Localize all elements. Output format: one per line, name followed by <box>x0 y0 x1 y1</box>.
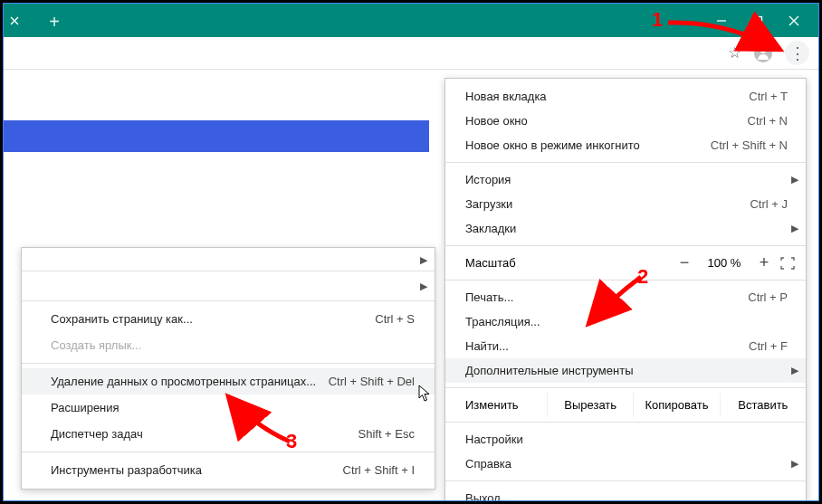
menu-item-print[interactable]: Печать... Ctrl + P <box>445 285 806 309</box>
menu-kebab-icon[interactable]: ⋮ <box>785 41 809 65</box>
menu-item-find[interactable]: Найти... Ctrl + F <box>445 334 806 358</box>
tab-close-icon[interactable] <box>4 5 25 37</box>
menu-label: Инструменты разработчика <box>51 463 343 477</box>
toolbar: ☆ ⋮ <box>4 37 818 70</box>
menu-label: Новое окно в режиме инкогнито <box>465 138 711 152</box>
annotation-number-2: 2 <box>637 265 648 289</box>
new-tab-button[interactable]: + <box>42 10 67 35</box>
submenu-item-dev-tools[interactable]: Инструменты разработчика Ctrl + Shift + … <box>22 457 435 483</box>
zoom-in-button[interactable]: + <box>751 253 777 272</box>
annotation-number-1: 1 <box>652 8 663 32</box>
menu-item-new-window[interactable]: Новое окно Ctrl + N <box>445 109 806 133</box>
menu-edit-row: Изменить Вырезать Копировать Вставить <box>445 393 806 417</box>
page-blue-banner <box>4 120 429 152</box>
submenu-item-task-manager[interactable]: Диспетчер задач Shift + Esc <box>22 421 435 447</box>
titlebar: + <box>4 4 818 37</box>
menu-item-cast[interactable]: Трансляция... <box>445 309 806 334</box>
menu-shortcut: Ctrl + Shift + N <box>711 138 788 152</box>
menu-separator <box>445 162 806 163</box>
submenu-item-save-page[interactable]: Сохранить страницу как... Ctrl + S <box>22 306 435 332</box>
submenu-item-extensions[interactable]: Расширения <box>22 395 435 421</box>
menu-shortcut: Ctrl + P <box>748 290 788 304</box>
submenu-arrow-icon: ▶ <box>420 281 427 292</box>
menu-label: Новая вкладка <box>465 90 749 103</box>
menu-label: Удаление данных о просмотренных страница… <box>51 375 329 388</box>
zoom-out-button[interactable]: − <box>672 253 697 272</box>
svg-point-2 <box>760 48 766 53</box>
menu-separator <box>445 422 806 423</box>
menu-separator <box>445 387 806 388</box>
menu-separator <box>22 300 435 301</box>
submenu-arrow-icon: ▶ <box>791 174 798 185</box>
menu-separator <box>445 245 806 246</box>
menu-separator <box>22 271 435 271</box>
submenu-arrow-icon: ▶ <box>791 458 798 470</box>
edit-paste-button[interactable]: Вставить <box>720 393 806 417</box>
menu-shortcut: Ctrl + Shift + Del <box>329 375 415 388</box>
menu-label: Загрузки <box>465 197 750 211</box>
menu-item-help[interactable]: Справка ▶ <box>445 452 806 476</box>
menu-label: Выход <box>465 491 788 501</box>
menu-item-zoom: Масштаб − 100 % + <box>445 251 806 275</box>
window-minimize-icon[interactable] <box>715 14 728 27</box>
menu-item-new-tab[interactable]: Новая вкладка Ctrl + T <box>445 84 806 109</box>
menu-label: Сохранить страницу как... <box>51 312 375 326</box>
menu-separator <box>22 452 435 452</box>
menu-label: Справка <box>465 457 788 471</box>
submenu-blank-row: ▶ <box>22 253 435 266</box>
annotation-number-3: 3 <box>286 430 297 453</box>
submenu-arrow-icon: ▶ <box>791 365 798 376</box>
menu-shortcut: Shift + Esc <box>358 427 416 441</box>
menu-shortcut: Ctrl + S <box>375 312 415 326</box>
main-menu: Новая вкладка Ctrl + T Новое окно Ctrl +… <box>444 78 807 501</box>
menu-label: Трансляция... <box>465 315 788 328</box>
zoom-value: 100 % <box>697 256 751 270</box>
menu-item-more-tools[interactable]: Дополнительные инструменты ▶ <box>445 358 806 383</box>
svg-rect-1 <box>754 16 762 24</box>
fullscreen-icon[interactable] <box>777 254 798 272</box>
mouse-cursor-icon <box>418 385 431 403</box>
window-close-icon[interactable] <box>788 14 800 27</box>
bookmark-star-icon[interactable]: ☆ <box>728 43 741 62</box>
menu-label: Закладки <box>465 222 788 235</box>
menu-shortcut: Ctrl + N <box>748 114 788 128</box>
menu-label: Диспетчер задач <box>51 427 358 441</box>
menu-shortcut: Ctrl + J <box>750 197 788 211</box>
menu-label: Расширения <box>51 401 415 414</box>
submenu-arrow-icon: ▶ <box>420 254 427 266</box>
menu-shortcut: Ctrl + Shift + I <box>343 463 415 477</box>
menu-label: Настройки <box>465 433 788 446</box>
menu-shortcut: Ctrl + T <box>749 90 788 103</box>
more-tools-submenu: ▶ ▶ Сохранить страницу как... Ctrl + S С… <box>21 247 435 490</box>
menu-label: Изменить <box>445 393 547 417</box>
menu-item-history[interactable]: История ▶ <box>445 167 806 192</box>
browser-window: + ☆ ⋮ Новая вкладка Ctrl + T Новое окно <box>3 3 819 501</box>
menu-item-settings[interactable]: Настройки <box>445 427 806 452</box>
menu-item-exit[interactable]: Выход <box>445 486 806 501</box>
menu-label: История <box>465 173 788 186</box>
window-maximize-icon[interactable] <box>751 14 764 27</box>
menu-separator <box>445 280 806 281</box>
submenu-item-create-shortcut: Создать ярлык... <box>22 332 435 358</box>
menu-label: Найти... <box>465 339 749 353</box>
menu-separator <box>445 480 806 481</box>
submenu-item-clear-browsing-data[interactable]: Удаление данных о просмотренных страница… <box>22 368 435 395</box>
submenu-arrow-icon: ▶ <box>791 223 798 234</box>
menu-item-incognito[interactable]: Новое окно в режиме инкогнито Ctrl + Shi… <box>445 133 806 157</box>
menu-item-downloads[interactable]: Загрузки Ctrl + J <box>445 192 806 216</box>
menu-shortcut: Ctrl + F <box>749 339 788 353</box>
menu-label: Новое окно <box>465 114 748 128</box>
menu-label: Создать ярлык... <box>51 338 415 352</box>
edit-copy-button[interactable]: Копировать <box>633 393 719 417</box>
menu-label: Дополнительные инструменты <box>465 364 788 377</box>
menu-item-bookmarks[interactable]: Закладки ▶ <box>445 216 806 241</box>
profile-avatar-icon[interactable] <box>754 44 772 62</box>
menu-separator <box>22 363 435 364</box>
menu-label: Печать... <box>465 290 748 304</box>
edit-cut-button[interactable]: Вырезать <box>547 393 633 417</box>
submenu-blank-row: ▶ <box>22 276 435 296</box>
